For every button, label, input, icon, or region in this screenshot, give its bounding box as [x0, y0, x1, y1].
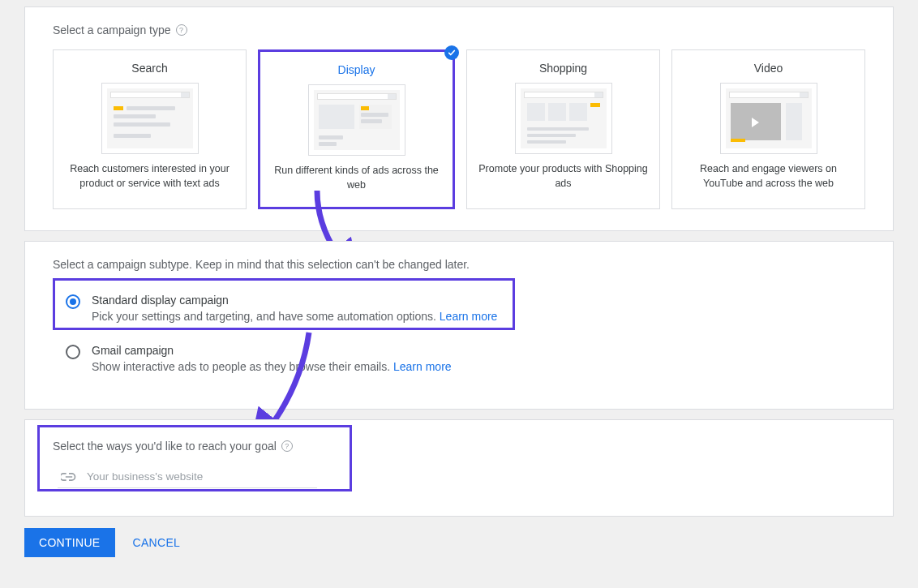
- website-field-row[interactable]: [58, 466, 317, 488]
- tile-title: Search: [65, 62, 234, 75]
- radio-desc-text: Show interactive ads to people as they b…: [92, 360, 393, 373]
- tile-thumb: [720, 83, 817, 154]
- radio-desc-text: Pick your settings and targeting, and ha…: [92, 310, 440, 323]
- campaign-subtype-card: Select a campaign subtype. Keep in mind …: [24, 241, 894, 410]
- radio-text: Gmail campaign Show interactive ads to p…: [92, 344, 452, 373]
- cancel-button[interactable]: CANCEL: [133, 536, 181, 549]
- tile-title: Video: [684, 62, 853, 75]
- tile-thumb: [515, 83, 612, 154]
- campaign-type-label-text: Select a campaign type: [53, 24, 171, 36]
- website-input[interactable]: [87, 470, 317, 483]
- help-icon[interactable]: ?: [176, 24, 187, 36]
- tile-thumb: [101, 83, 199, 154]
- goal-label-text: Select the ways you'd like to reach your…: [53, 440, 277, 453]
- subtype-gmail[interactable]: Gmail campaign Show interactive ads to p…: [61, 334, 865, 384]
- campaign-type-search[interactable]: Search Reach customers interested in you…: [53, 49, 247, 209]
- subtype-list: Standard display campaign Pick your sett…: [53, 284, 865, 384]
- learn-more-link[interactable]: Learn more: [440, 310, 498, 323]
- campaign-type-card: Select a campaign type ? Search Reach cu…: [24, 6, 894, 231]
- tile-desc: Run different kinds of ads across the we…: [272, 164, 441, 192]
- campaign-type-display[interactable]: Display Run different kinds of ads acros…: [258, 49, 455, 209]
- action-buttons: CONTINUE CANCEL: [24, 528, 894, 557]
- goal-label: Select the ways you'd like to reach your…: [53, 440, 865, 453]
- subtype-standard-display[interactable]: Standard display campaign Pick your sett…: [61, 284, 865, 334]
- radio-text: Standard display campaign Pick your sett…: [92, 294, 497, 323]
- tile-desc: Reach and engage viewers on YouTube and …: [684, 162, 853, 191]
- selected-check-icon: [444, 45, 459, 60]
- campaign-type-row: Search Reach customers interested in you…: [53, 49, 865, 209]
- radio-icon: [66, 294, 80, 309]
- tile-thumb: [308, 84, 405, 156]
- campaign-type-video[interactable]: Video Reach and engage viewers on YouTub…: [671, 49, 865, 209]
- tile-desc: Reach customers interested in your produ…: [65, 162, 234, 191]
- link-icon: [61, 472, 77, 482]
- goal-card: Select the ways you'd like to reach your…: [24, 419, 894, 517]
- campaign-subtype-label-text: Select a campaign subtype. Keep in mind …: [53, 258, 470, 271]
- campaign-type-label: Select a campaign type ?: [53, 24, 865, 36]
- radio-icon: [66, 345, 80, 359]
- campaign-subtype-label: Select a campaign subtype. Keep in mind …: [53, 258, 865, 271]
- tile-desc: Promote your products with Shopping ads: [478, 162, 648, 191]
- help-icon[interactable]: ?: [281, 440, 293, 452]
- learn-more-link[interactable]: Learn more: [393, 360, 452, 373]
- radio-title: Standard display campaign: [92, 294, 497, 307]
- tile-title: Shopping: [478, 62, 648, 75]
- radio-title: Gmail campaign: [92, 344, 452, 357]
- radio-desc: Pick your settings and targeting, and ha…: [92, 310, 497, 323]
- radio-desc: Show interactive ads to people as they b…: [92, 360, 452, 373]
- tile-title: Display: [272, 63, 441, 76]
- campaign-type-shopping[interactable]: Shopping Promote your products with Shop…: [466, 49, 660, 209]
- continue-button[interactable]: CONTINUE: [24, 528, 115, 557]
